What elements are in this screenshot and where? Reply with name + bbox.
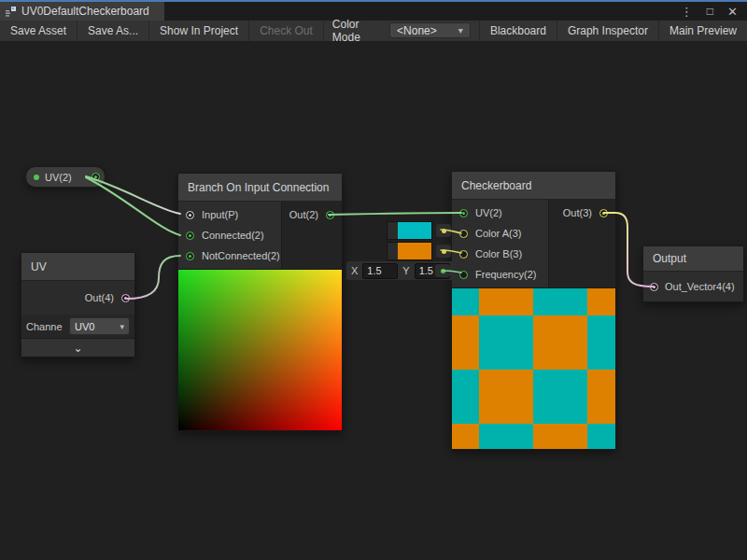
branch-output-row: Out(2): [282, 204, 342, 225]
uv-channel-label: Channe: [26, 321, 65, 332]
checkerboard-preview: [452, 287, 615, 449]
branch-input-label: Input(P): [202, 209, 238, 220]
main-preview-button[interactable]: Main Preview: [658, 21, 747, 41]
uv-channel-row: Channe UV0 ▾: [21, 315, 134, 338]
uv-channel-value: UV0: [75, 321, 94, 332]
branch-outputs: Out(2): [281, 202, 342, 269]
color-a-connector-dot-icon: [442, 229, 446, 233]
shader-graph-toolbar: Save Asset Save As... Show In Project Ch…: [0, 21, 747, 42]
color-a-control: [387, 221, 451, 240]
frequency-x-label: X: [351, 265, 358, 276]
toolbar-right-group: Color Mode <None> ▾ Blackboard Graph Ins…: [324, 21, 747, 41]
frequency-connector-dot-icon: [441, 269, 445, 273]
shader-graph-window: UV0DefaultCheckerboard ⋮ □ ✕ Save Asset …: [0, 0, 747, 560]
node-uv[interactable]: UV Out(4) Channe UV0 ▾ ⌄: [21, 252, 135, 357]
node-uv2-pill[interactable]: UV(2): [25, 166, 106, 188]
frequency-y-label: Y: [402, 265, 409, 276]
chevron-down-icon: ▾: [120, 322, 124, 331]
checkerboard-outputs: Out(3): [548, 200, 615, 287]
branch-notconnected-port[interactable]: [186, 252, 194, 260]
window-menu-icon[interactable]: ⋮: [681, 6, 693, 18]
output-port-row: Out_Vector4(4): [643, 272, 743, 301]
color-a-swatch[interactable]: [398, 222, 431, 239]
pill-dot-icon: [34, 175, 39, 180]
chevron-down-icon: ▾: [458, 25, 463, 35]
checkerboard-output-row: Out(3): [549, 203, 615, 223]
color-a-connector: [436, 224, 451, 237]
collapse-chevron-icon: ⌄: [73, 342, 82, 355]
branch-connected-port[interactable]: [186, 231, 194, 240]
branch-notconnected-label: NotConnected(2): [202, 250, 280, 261]
branch-input-port[interactable]: [186, 211, 194, 219]
checkerboard-color-b-row: Color B(3): [452, 244, 548, 264]
shader-graph-icon: [5, 6, 17, 18]
uv-out-label: Out(4): [85, 292, 114, 303]
color-mode-dropdown[interactable]: <None> ▾: [389, 22, 471, 38]
color-b-swatch[interactable]: [398, 243, 431, 259]
checkerboard-color-a-label: Color A(3): [475, 228, 522, 239]
uv-channel-dropdown[interactable]: UV0 ▾: [69, 317, 130, 335]
show-in-project-button[interactable]: Show In Project: [149, 21, 249, 41]
checkerboard-uv-port[interactable]: [459, 209, 468, 217]
checkerboard-out-port[interactable]: [599, 209, 608, 217]
branch-node-title[interactable]: Branch On Input Connection: [178, 174, 342, 202]
branch-inputs: Input(P) Connected(2) NotConnected(2): [178, 202, 281, 269]
checkerboard-node-title[interactable]: Checkerboard: [452, 172, 615, 200]
color-mode-value: <None>: [397, 24, 437, 37]
branch-out-label: Out(2): [289, 209, 318, 220]
color-b-control: [387, 242, 451, 260]
uv-node-title[interactable]: UV: [21, 253, 134, 281]
output-vector4-port[interactable]: [650, 283, 658, 291]
branch-connected-label: Connected(2): [202, 230, 264, 241]
graph-canvas[interactable]: UV(2) Branch On Input Connection Input(P…: [0, 0, 747, 560]
uv-out-port[interactable]: [121, 294, 130, 302]
tab-title: UV0DefaultCheckerboard: [21, 5, 149, 18]
frequency-connector: [435, 264, 450, 277]
branch-input-row-connected: Connected(2): [178, 225, 281, 245]
maximize-icon[interactable]: □: [707, 6, 713, 17]
check-out-button: Check Out: [249, 21, 324, 41]
tab-uv0defaultcheckerboard[interactable]: UV0DefaultCheckerboard: [0, 2, 164, 21]
node-branch-on-input-connection[interactable]: Branch On Input Connection Input(P) Conn…: [177, 173, 343, 431]
color-b-connector: [436, 245, 451, 258]
save-asset-button[interactable]: Save Asset: [0, 21, 78, 41]
edge-branchout-to-checker-uv: [329, 213, 461, 215]
checkerboard-uv-label: UV(2): [475, 207, 502, 218]
checkerboard-uv-row: UV(2): [452, 203, 548, 223]
node-output[interactable]: Output Out_Vector4(4): [642, 245, 744, 302]
frequency-x-input[interactable]: 1.5: [362, 263, 398, 279]
checkerboard-color-a-port[interactable]: [459, 230, 468, 238]
branch-uv-gradient-preview: [178, 269, 342, 430]
checkerboard-out-label: Out(3): [563, 207, 592, 218]
branch-out-port[interactable]: [326, 211, 334, 219]
color-b-connector-dot-icon: [442, 249, 446, 254]
window-controls: ⋮ □ ✕: [681, 2, 747, 21]
frequency-connector-box: [435, 264, 450, 277]
output-node-title[interactable]: Output: [643, 246, 743, 272]
save-as-button[interactable]: Save As...: [78, 21, 149, 41]
checkerboard-frequency-port[interactable]: [459, 271, 468, 279]
color-mode-label: Color Mode: [324, 21, 389, 41]
output-vector4-label: Out_Vector4(4): [665, 281, 735, 292]
graph-inspector-button[interactable]: Graph Inspector: [557, 21, 658, 41]
color-a-field[interactable]: [387, 221, 432, 240]
uv-output-row: Out(4): [21, 281, 134, 315]
checkerboard-frequency-row: Frequency(2): [452, 264, 548, 285]
color-b-field[interactable]: [387, 242, 432, 260]
close-icon[interactable]: ✕: [727, 6, 738, 18]
checkerboard-color-b-label: Color B(3): [475, 248, 522, 259]
node-checkerboard[interactable]: Checkerboard UV(2) Color A(3) Color B(3): [451, 171, 616, 450]
checkerboard-inputs: UV(2) Color A(3) Color B(3) Frequency(2): [452, 200, 548, 287]
pill-out-port[interactable]: [92, 173, 100, 181]
checkerboard-frequency-label: Frequency(2): [475, 269, 536, 280]
pill-title: UV(2): [45, 172, 86, 183]
checkerboard-color-b-port[interactable]: [459, 250, 468, 259]
checkerboard-color-a-row: Color A(3): [452, 223, 548, 244]
blackboard-button[interactable]: Blackboard: [479, 21, 557, 41]
uv-collapse-button[interactable]: ⌄: [21, 338, 134, 357]
branch-input-row-notconnected: NotConnected(2): [178, 245, 281, 266]
branch-input-row-input: Input(P): [178, 204, 281, 225]
